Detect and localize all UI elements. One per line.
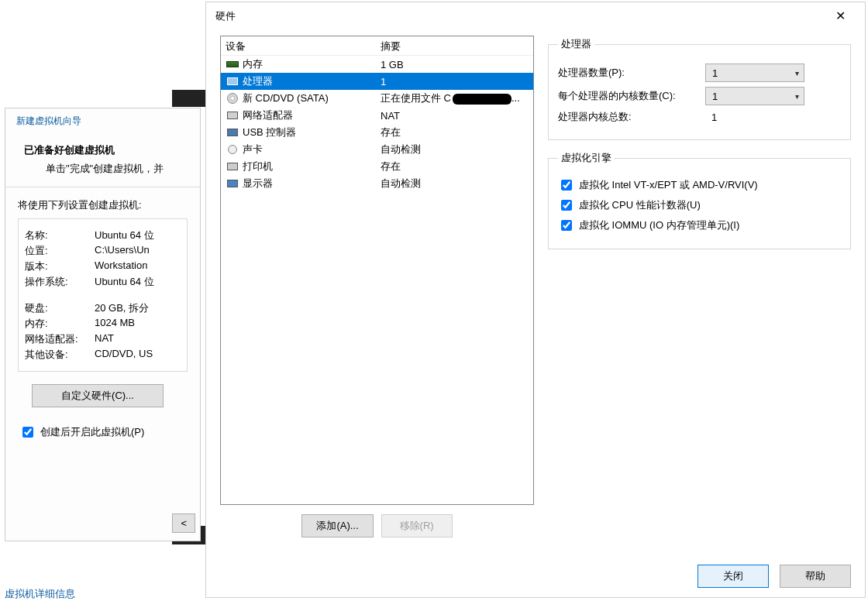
device-row[interactable]: USB 控制器存在 bbox=[221, 124, 533, 141]
wizard-back-button[interactable]: < bbox=[172, 513, 195, 533]
open-after-create-label: 创建后开启此虚拟机(P) bbox=[40, 425, 144, 439]
virtualize-iommu-checkbox[interactable]: 虚拟化 IOMMU (IO 内存管理单元)(I) bbox=[558, 218, 841, 233]
virtualize-iommu-checkbox-input[interactable] bbox=[561, 220, 572, 231]
help-button[interactable]: 帮助 bbox=[780, 565, 851, 588]
summary-value: 1024 MB bbox=[95, 317, 135, 331]
wizard-summary-box: 名称:Ubuntu 64 位位置:C:\Users\Un版本:Workstati… bbox=[18, 218, 188, 372]
device-row[interactable]: 内存1 GB bbox=[221, 56, 533, 73]
wizard-heading-block: 已准备好创建虚拟机 单击"完成"创建虚拟机，并 bbox=[5, 128, 200, 187]
summary-key: 其他设备: bbox=[25, 348, 95, 362]
processor-count-select[interactable]: 1 ▾ bbox=[705, 64, 804, 82]
add-device-button[interactable]: 添加(A)... bbox=[301, 514, 373, 537]
summary-key: 位置: bbox=[25, 244, 95, 258]
disc-icon bbox=[226, 92, 239, 105]
chevron-down-icon: ▾ bbox=[795, 92, 799, 101]
device-summary: NAT bbox=[381, 110, 529, 122]
virtualize-vtx-checkbox-input[interactable] bbox=[561, 180, 572, 191]
open-after-create-checkbox[interactable]: 创建后开启此虚拟机(P) bbox=[19, 424, 188, 440]
summary-row: 硬盘:20 GB, 拆分 bbox=[25, 301, 181, 315]
device-row[interactable]: 声卡自动检测 bbox=[221, 141, 533, 158]
processor-count-label: 处理器数量(P): bbox=[558, 66, 705, 80]
summary-row: 位置:C:\Users\Un bbox=[25, 244, 181, 258]
display-icon bbox=[226, 177, 239, 190]
summary-row: 其他设备:CD/DVD, US bbox=[25, 348, 181, 362]
total-cores-label: 处理器内核总数: bbox=[558, 110, 705, 124]
device-summary: 1 bbox=[381, 76, 529, 88]
summary-row: 版本:Workstation bbox=[25, 259, 181, 273]
hardware-titlebar: 硬件 ✕ bbox=[206, 2, 865, 29]
network-icon bbox=[226, 109, 239, 122]
summary-key: 名称: bbox=[25, 228, 95, 242]
background-strip bbox=[172, 90, 207, 107]
summary-row: 操作系统:Ubuntu 64 位 bbox=[25, 275, 181, 289]
virtualization-engine-legend: 虚拟化引擎 bbox=[558, 151, 615, 165]
summary-key: 操作系统: bbox=[25, 275, 95, 289]
hardware-title: 硬件 bbox=[215, 9, 236, 23]
cores-per-processor-label: 每个处理器的内核数量(C): bbox=[558, 89, 705, 103]
memory-icon bbox=[226, 58, 239, 70]
summary-value: Ubuntu 64 位 bbox=[95, 275, 154, 289]
device-list-header: 设备 摘要 bbox=[221, 36, 533, 56]
device-column-header: 设备 bbox=[226, 39, 381, 53]
wizard-settings-label: 将使用下列设置创建虚拟机: bbox=[18, 198, 188, 212]
device-row[interactable]: 处理器1 bbox=[221, 73, 533, 90]
summary-key: 网络适配器: bbox=[25, 332, 95, 346]
remove-device-button: 移除(R) bbox=[381, 514, 453, 537]
summary-value: CD/DVD, US bbox=[95, 348, 153, 362]
cores-per-processor-select[interactable]: 1 ▾ bbox=[705, 87, 804, 105]
processors-legend: 处理器 bbox=[558, 37, 594, 51]
virtualize-vtx-checkbox[interactable]: 虚拟化 Intel VT-x/EPT 或 AMD-V/RVI(V) bbox=[558, 177, 841, 193]
device-list[interactable]: 设备 摘要 内存1 GB处理器1新 CD/DVD (SATA)正在使用文件 C.… bbox=[220, 36, 534, 505]
virtualize-iommu-label: 虚拟化 IOMMU (IO 内存管理单元)(I) bbox=[579, 218, 739, 232]
virtualize-perf-counters-checkbox[interactable]: 虚拟化 CPU 性能计数器(U) bbox=[558, 197, 841, 213]
virtualize-perf-counters-checkbox-input[interactable] bbox=[561, 200, 572, 211]
summary-row: 网络适配器:NAT bbox=[25, 332, 181, 346]
redacted-segment bbox=[453, 94, 512, 105]
wizard-title: 已准备好创建虚拟机 bbox=[24, 143, 189, 157]
device-name: 显示器 bbox=[243, 177, 381, 191]
vm-details-link[interactable]: 虚拟机详细信息 bbox=[5, 587, 75, 601]
device-name: 内存 bbox=[243, 57, 381, 71]
summary-value: C:\Users\Un bbox=[95, 244, 150, 258]
summary-key: 硬盘: bbox=[25, 301, 95, 315]
device-name: 新 CD/DVD (SATA) bbox=[243, 91, 381, 105]
summary-value: Ubuntu 64 位 bbox=[95, 228, 154, 242]
device-summary: 存在 bbox=[381, 160, 529, 173]
total-cores-value: 1 bbox=[705, 112, 804, 123]
summary-row: 内存:1024 MB bbox=[25, 317, 181, 331]
customize-hardware-button[interactable]: 自定义硬件(C)... bbox=[32, 384, 164, 407]
sound-icon bbox=[226, 143, 239, 156]
summary-key: 内存: bbox=[25, 317, 95, 331]
open-after-create-checkbox-input[interactable] bbox=[22, 427, 33, 438]
device-row[interactable]: 打印机存在 bbox=[221, 158, 533, 175]
device-name: 处理器 bbox=[243, 74, 381, 88]
device-summary: 自动检测 bbox=[381, 143, 529, 156]
summary-value: 20 GB, 拆分 bbox=[95, 301, 149, 315]
virtualization-engine-group: 虚拟化引擎 虚拟化 Intel VT-x/EPT 或 AMD-V/RVI(V) … bbox=[548, 151, 851, 249]
device-name: 网络适配器 bbox=[243, 108, 381, 122]
device-summary: 正在使用文件 C... bbox=[381, 91, 529, 105]
close-icon[interactable]: ✕ bbox=[825, 9, 856, 23]
printer-icon bbox=[226, 160, 239, 173]
summary-key: 版本: bbox=[25, 259, 95, 273]
hardware-dialog: 硬件 ✕ 设备 摘要 内存1 GB处理器1新 CD/DVD (SATA)正在使用… bbox=[205, 2, 866, 598]
processors-group: 处理器 处理器数量(P): 1 ▾ 每个处理器的内核数量(C): 1 ▾ bbox=[548, 37, 851, 140]
virtualize-vtx-label: 虚拟化 Intel VT-x/EPT 或 AMD-V/RVI(V) bbox=[579, 178, 758, 192]
device-row[interactable]: 新 CD/DVD (SATA)正在使用文件 C... bbox=[221, 90, 533, 107]
chevron-down-icon: ▾ bbox=[795, 69, 799, 77]
cores-per-processor-value: 1 bbox=[712, 91, 718, 102]
summary-value: NAT bbox=[95, 332, 114, 346]
summary-column-header: 摘要 bbox=[381, 39, 401, 53]
device-name: 声卡 bbox=[243, 143, 381, 156]
summary-value: Workstation bbox=[95, 259, 147, 273]
summary-row: 名称:Ubuntu 64 位 bbox=[25, 228, 181, 242]
new-vm-wizard-window: 新建虚拟机向导 已准备好创建虚拟机 单击"完成"创建虚拟机，并 将使用下列设置创… bbox=[5, 108, 201, 541]
device-row[interactable]: 显示器自动检测 bbox=[221, 175, 533, 192]
device-summary: 自动检测 bbox=[381, 177, 529, 191]
device-row[interactable]: 网络适配器NAT bbox=[221, 107, 533, 124]
close-button[interactable]: 关闭 bbox=[698, 565, 769, 588]
processor-count-value: 1 bbox=[712, 67, 718, 79]
usb-icon bbox=[226, 126, 239, 139]
device-name: USB 控制器 bbox=[243, 125, 381, 139]
device-summary: 1 GB bbox=[381, 59, 529, 70]
